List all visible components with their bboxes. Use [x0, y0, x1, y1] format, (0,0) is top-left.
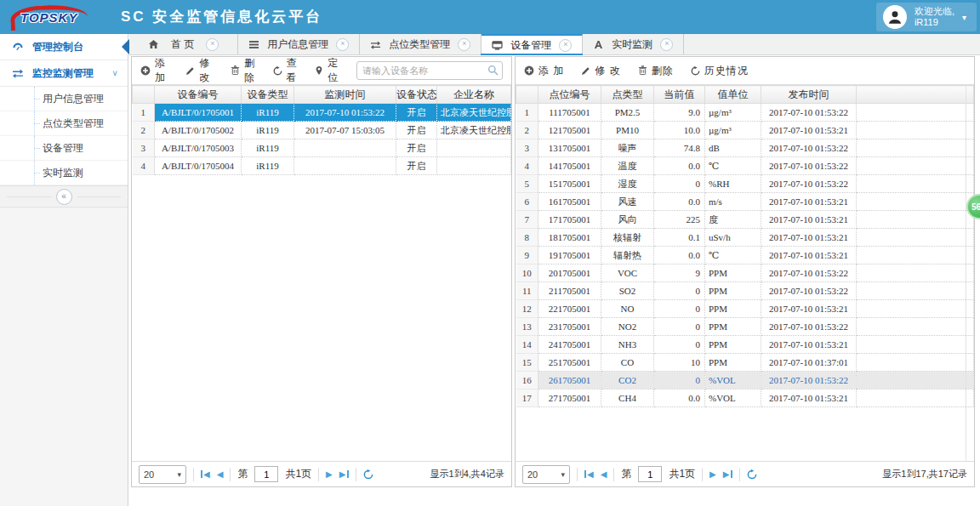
- table-row[interactable]: 7171705001风向225度2017-07-10 01:53:21: [516, 211, 974, 229]
- prev-page-button[interactable]: ◀: [217, 469, 224, 479]
- tab-home[interactable]: 首 页×: [129, 34, 238, 54]
- table-row[interactable]: 4141705001温度0.0℃2017-07-10 01:53:22: [516, 157, 974, 175]
- close-icon[interactable]: ×: [660, 38, 673, 51]
- refresh-icon[interactable]: [363, 469, 373, 480]
- sidebar-console-label: 管理控制台: [32, 40, 83, 54]
- column-header[interactable]: 点位编号: [538, 86, 601, 104]
- page-prefix-label: 第: [237, 467, 248, 481]
- cell: NO2: [601, 318, 654, 336]
- last-page-button[interactable]: ▶: [723, 469, 732, 479]
- close-icon[interactable]: ×: [458, 38, 470, 51]
- row-number: 6: [516, 193, 538, 211]
- table-row[interactable]: 8181705001核辐射0.1uSv/h2017-07-10 01:53:21: [516, 229, 974, 247]
- tab-label: 用户信息管理: [267, 37, 328, 52]
- sidebar-item-console[interactable]: 管理控制台: [0, 34, 128, 60]
- table-row[interactable]: 13231705001NO20PPM2017-07-10 01:53:22: [516, 318, 974, 336]
- user-menu[interactable]: 欢迎光临,iR119 ▾: [876, 3, 977, 31]
- cell: 2017-07-10 01:53:22: [761, 282, 857, 300]
- cell: 201705001: [538, 264, 601, 282]
- tab-device[interactable]: 设备管理×: [481, 34, 583, 54]
- column-header[interactable]: 设备状态: [396, 86, 437, 104]
- table-row[interactable]: 15251705001CO10PPM2017-07-10 01:37:01: [516, 354, 974, 372]
- tab-realtime[interactable]: 实时监测×: [583, 34, 684, 54]
- first-page-button[interactable]: ◀: [584, 469, 594, 479]
- edit-button[interactable]: 修 改: [185, 56, 214, 85]
- table-row[interactable]: 11211705001SO20PPM2017-07-10 01:53:22: [516, 282, 974, 300]
- sidebar-group-monitoring[interactable]: 监控监测管理 ˅: [0, 60, 128, 87]
- table-row[interactable]: 3A/BJLT/0/1705003iR119开启: [133, 139, 511, 157]
- column-header[interactable]: 设备类型: [242, 86, 294, 104]
- prev-page-button[interactable]: ◀: [601, 469, 607, 479]
- table-row[interactable]: 1A/BJLT/0/1705001iR1192017-07-10 01:53:2…: [133, 104, 511, 122]
- first-page-button[interactable]: ◀: [201, 469, 210, 479]
- column-header[interactable]: 当前值: [654, 86, 705, 104]
- sidebar-item-device[interactable]: 设备管理: [0, 136, 128, 161]
- table-row[interactable]: 3131705001噪声74.8dB2017-07-10 01:53:22: [516, 139, 974, 157]
- sidebar-item-point-type[interactable]: 点位类型管理: [0, 111, 128, 136]
- cell: 0: [654, 282, 705, 300]
- table-row[interactable]: 17271705001CH40.0%VOL2017-07-10 01:53:21: [516, 389, 974, 407]
- page-size-select[interactable]: 20▾: [522, 465, 570, 484]
- history-button[interactable]: 历史情况: [691, 64, 749, 78]
- sidebar-item-realtime[interactable]: 实时监测: [0, 161, 128, 185]
- column-header[interactable]: 监测时间: [294, 86, 396, 104]
- table-row[interactable]: 2A/BJLT/0/1705002iR1192017-07-07 15:03:0…: [133, 122, 511, 139]
- column-header[interactable]: 发布时间: [761, 86, 857, 104]
- filler-cell: [857, 139, 974, 157]
- collapse-sidebar-button[interactable]: «: [56, 189, 72, 205]
- point-toolbar: 添 加 修 改 删除 历史情况: [516, 57, 974, 85]
- add-button[interactable]: 添 加: [524, 64, 564, 78]
- table-row[interactable]: 9191705001辐射热0.0℃2017-07-10 01:53:21: [516, 247, 974, 264]
- last-page-button[interactable]: ▶: [339, 469, 349, 479]
- close-icon[interactable]: ×: [206, 38, 219, 51]
- cell: 0: [654, 372, 705, 389]
- cell: 2017-07-10 01:53:21: [761, 389, 857, 407]
- table-row[interactable]: 6161705001风速0.0m/s2017-07-10 01:53:21: [516, 193, 974, 211]
- table-row[interactable]: 10201705001VOC9PPM2017-07-10 01:53:22: [516, 264, 974, 282]
- page-number-input[interactable]: [638, 466, 662, 482]
- row-number: 13: [516, 318, 538, 336]
- search-input[interactable]: [356, 61, 503, 80]
- refresh-icon[interactable]: [747, 469, 757, 480]
- edit-button[interactable]: 修 改: [581, 64, 620, 78]
- page-size-select[interactable]: 20▾: [139, 465, 186, 484]
- cell: 0: [654, 175, 705, 193]
- column-header[interactable]: 值单位: [705, 86, 761, 104]
- cell: 2017-07-10 01:53:21: [761, 211, 857, 229]
- pagination-summary: 显示1到4,共4记录: [430, 468, 504, 480]
- page-total-label: 共1页: [285, 467, 311, 481]
- column-header[interactable]: 设备编号: [155, 86, 242, 104]
- table-row[interactable]: 12221705001NO0PPM2017-07-10 01:53:21: [516, 300, 974, 318]
- row-number: 3: [133, 139, 155, 157]
- next-page-button[interactable]: ▶: [326, 469, 333, 479]
- close-icon[interactable]: ×: [559, 39, 572, 52]
- next-page-button[interactable]: ▶: [709, 469, 716, 479]
- column-header[interactable]: 企业名称: [437, 86, 511, 104]
- cell: 111705001: [538, 104, 601, 122]
- sidebar-item-user-info[interactable]: 用户信息管理: [0, 87, 128, 111]
- scrollbar-track[interactable]: [966, 85, 966, 461]
- table-row[interactable]: 4A/BJLT/0/1705004iR119开启: [133, 157, 511, 175]
- table-row[interactable]: 16261705001CO20%VOL2017-07-10 01:53:22: [516, 372, 974, 389]
- search-icon[interactable]: [487, 65, 499, 78]
- delete-button[interactable]: 删除: [231, 56, 256, 85]
- table-row[interactable]: 14241705001NH30PPM2017-07-10 01:53:21: [516, 336, 974, 354]
- view-button[interactable]: 查看: [273, 56, 299, 85]
- close-icon[interactable]: ×: [336, 38, 349, 51]
- table-row[interactable]: 1111705001PM2.59.0µg/m³2017-07-10 01:53:…: [516, 104, 974, 122]
- delete-button[interactable]: 删除: [638, 64, 674, 78]
- table-row[interactable]: 2121705001PM1010.0µg/m³2017-07-10 01:53:…: [516, 122, 974, 139]
- filler-cell: [857, 372, 974, 389]
- column-header[interactable]: 点类型: [601, 86, 654, 104]
- point-panel: 添 加 修 改 删除 历史情况 点位编号点类型当前值值单位发布时间1111705…: [515, 56, 975, 487]
- page-number-input[interactable]: [254, 466, 278, 482]
- tab-user-info[interactable]: 用户信息管理×: [238, 34, 360, 54]
- locate-button[interactable]: 定位: [315, 56, 339, 85]
- tab-point-type[interactable]: 点位类型管理×: [360, 34, 481, 54]
- table-row[interactable]: 5151705001湿度0%RH2017-07-10 01:53:22: [516, 175, 974, 193]
- cell: 2017-07-10 01:53:22: [761, 264, 857, 282]
- cell: µg/m³: [705, 104, 761, 122]
- add-button[interactable]: 添 加: [140, 56, 168, 85]
- cell: A/BJLT/0/1705003: [155, 139, 242, 157]
- page-prefix-label: 第: [621, 467, 631, 481]
